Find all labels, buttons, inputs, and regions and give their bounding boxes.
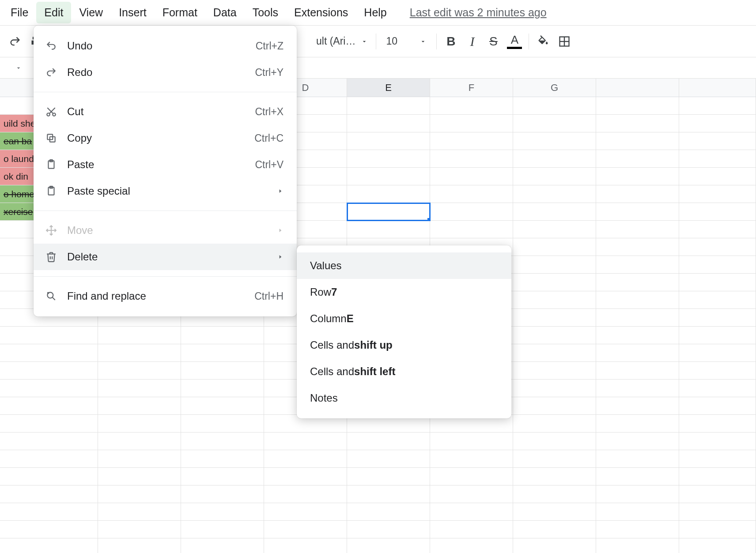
cell-h22[interactable] — [596, 468, 679, 485]
cell-g15[interactable] — [513, 344, 596, 362]
cell-g5[interactable] — [513, 168, 596, 185]
cell-i22[interactable] — [679, 468, 756, 485]
cell-e8[interactable] — [347, 221, 430, 238]
cell-i19[interactable] — [679, 415, 756, 433]
cell-h19[interactable] — [596, 415, 679, 433]
cell-e7[interactable] — [347, 203, 430, 221]
cell-h18[interactable] — [596, 397, 679, 415]
cell-f6[interactable] — [430, 185, 513, 203]
cell-a22[interactable] — [0, 468, 98, 485]
cell-h21[interactable] — [596, 450, 679, 468]
name-box-dropdown[interactable] — [0, 64, 30, 71]
cell-i26[interactable] — [679, 538, 756, 553]
cell-b23[interactable] — [98, 485, 181, 503]
cell-c15[interactable] — [181, 344, 264, 362]
submenu-item-notes[interactable]: Notes — [297, 385, 511, 411]
cell-e3[interactable] — [347, 132, 430, 150]
cell-c17[interactable] — [181, 380, 264, 397]
cell-g11[interactable] — [513, 274, 596, 291]
cell-e23[interactable] — [347, 485, 430, 503]
cell-g17[interactable] — [513, 380, 596, 397]
cell-d20[interactable] — [264, 433, 347, 450]
cell-i16[interactable] — [679, 362, 756, 380]
cell-d26[interactable] — [264, 538, 347, 553]
cell-i12[interactable] — [679, 291, 756, 309]
italic-button[interactable]: I — [461, 31, 483, 52]
cell-h4[interactable] — [596, 150, 679, 168]
cell-i18[interactable] — [679, 397, 756, 415]
cell-f3[interactable] — [430, 132, 513, 150]
cell-g23[interactable] — [513, 485, 596, 503]
menu-format[interactable]: Format — [155, 2, 205, 23]
cell-i24[interactable] — [679, 503, 756, 521]
cell-g2[interactable] — [513, 115, 596, 132]
cell-g14[interactable] — [513, 327, 596, 344]
cell-a19[interactable] — [0, 415, 98, 433]
cell-f8[interactable] — [430, 221, 513, 238]
menu-item-paste-special[interactable]: Paste special — [34, 178, 297, 204]
cell-e22[interactable] — [347, 468, 430, 485]
cell-i2[interactable] — [679, 115, 756, 132]
cell-g4[interactable] — [513, 150, 596, 168]
submenu-item-row-7[interactable]: Row 7 — [297, 279, 511, 305]
cell-a20[interactable] — [0, 433, 98, 450]
cell-f24[interactable] — [430, 503, 513, 521]
menu-item-paste[interactable]: PasteCtrl+V — [34, 151, 297, 178]
cell-i25[interactable] — [679, 521, 756, 538]
cell-g6[interactable] — [513, 185, 596, 203]
cell-b19[interactable] — [98, 415, 181, 433]
cell-b21[interactable] — [98, 450, 181, 468]
cell-h23[interactable] — [596, 485, 679, 503]
cell-b25[interactable] — [98, 521, 181, 538]
submenu-item-values[interactable]: Values — [297, 252, 511, 279]
cell-i13[interactable] — [679, 309, 756, 327]
cell-b16[interactable] — [98, 362, 181, 380]
cell-c22[interactable] — [181, 468, 264, 485]
cell-f25[interactable] — [430, 521, 513, 538]
cell-b22[interactable] — [98, 468, 181, 485]
cell-g10[interactable] — [513, 256, 596, 274]
cell-i9[interactable] — [679, 238, 756, 256]
cell-i7[interactable] — [679, 203, 756, 221]
cell-g9[interactable] — [513, 238, 596, 256]
menu-item-find-and-replace[interactable]: Find and replaceCtrl+H — [34, 283, 297, 309]
cell-a18[interactable] — [0, 397, 98, 415]
cell-d24[interactable] — [264, 503, 347, 521]
cell-a21[interactable] — [0, 450, 98, 468]
cell-i1[interactable] — [679, 97, 756, 115]
cell-i3[interactable] — [679, 132, 756, 150]
cell-g16[interactable] — [513, 362, 596, 380]
cell-e6[interactable] — [347, 185, 430, 203]
cell-i15[interactable] — [679, 344, 756, 362]
last-edit-link[interactable]: Last edit was 2 minutes ago — [410, 6, 547, 19]
cell-a15[interactable] — [0, 344, 98, 362]
cell-b14[interactable] — [98, 327, 181, 344]
menu-item-copy[interactable]: CopyCtrl+C — [34, 125, 297, 151]
fill-color-button[interactable] — [533, 31, 554, 52]
cell-g22[interactable] — [513, 468, 596, 485]
menu-data[interactable]: Data — [205, 2, 245, 23]
bold-button[interactable]: B — [440, 31, 461, 52]
cell-f21[interactable] — [430, 450, 513, 468]
cell-i10[interactable] — [679, 256, 756, 274]
cell-c18[interactable] — [181, 397, 264, 415]
cell-g13[interactable] — [513, 309, 596, 327]
cell-e2[interactable] — [347, 115, 430, 132]
cell-h15[interactable] — [596, 344, 679, 362]
cell-i5[interactable] — [679, 168, 756, 185]
cell-g7[interactable] — [513, 203, 596, 221]
cell-h3[interactable] — [596, 132, 679, 150]
cell-g8[interactable] — [513, 221, 596, 238]
cell-d22[interactable] — [264, 468, 347, 485]
cell-b24[interactable] — [98, 503, 181, 521]
cell-c23[interactable] — [181, 485, 264, 503]
cell-i17[interactable] — [679, 380, 756, 397]
menu-item-undo[interactable]: UndoCtrl+Z — [34, 33, 297, 59]
cell-e20[interactable] — [347, 433, 430, 450]
cell-b26[interactable] — [98, 538, 181, 553]
cell-d21[interactable] — [264, 450, 347, 468]
cell-c21[interactable] — [181, 450, 264, 468]
column-header-blank[interactable] — [679, 79, 756, 97]
cell-f1[interactable] — [430, 97, 513, 115]
cell-f5[interactable] — [430, 168, 513, 185]
